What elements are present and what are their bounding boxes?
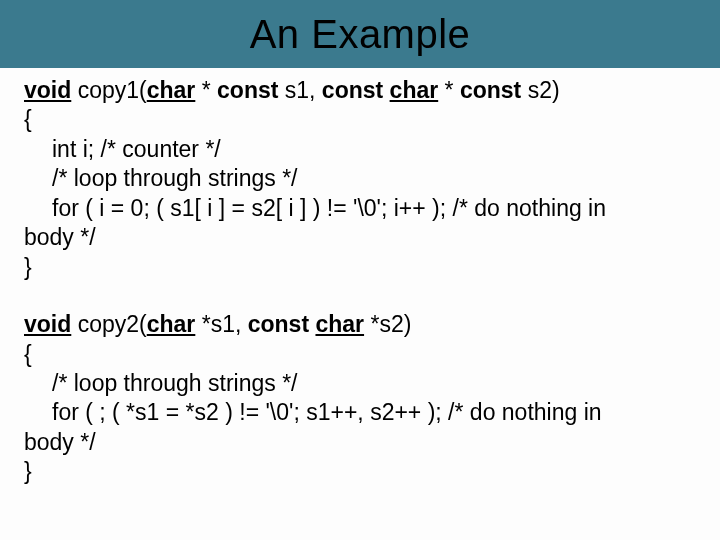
slide-header: An Example bbox=[0, 0, 720, 68]
open-brace: { bbox=[24, 340, 696, 369]
keyword-char: char bbox=[390, 77, 439, 103]
code-line: for ( i = 0; ( s1[ i ] = s2[ i ] ) != '\… bbox=[24, 194, 696, 223]
code-line: for ( ; ( *s1 = *s2 ) != '\0'; s1++, s2+… bbox=[24, 398, 696, 427]
keyword-void: void bbox=[24, 77, 71, 103]
code-block-copy2: void copy2(char *s1, const char *s2) { /… bbox=[24, 310, 696, 487]
code-line: body */ bbox=[24, 428, 696, 457]
text: copy2( bbox=[71, 311, 146, 337]
text: * bbox=[195, 77, 217, 103]
keyword-const: const bbox=[322, 77, 383, 103]
code-line: /* loop through strings */ bbox=[24, 164, 696, 193]
text: *s2) bbox=[364, 311, 411, 337]
copy1-signature: void copy1(char * const s1, const char *… bbox=[24, 76, 696, 105]
keyword-char: char bbox=[315, 311, 364, 337]
keyword-const: const bbox=[460, 77, 521, 103]
text: s1, bbox=[278, 77, 321, 103]
keyword-const: const bbox=[217, 77, 278, 103]
text: * bbox=[438, 77, 460, 103]
copy2-signature: void copy2(char *s1, const char *s2) bbox=[24, 310, 696, 339]
keyword-void: void bbox=[24, 311, 71, 337]
text: *s1, bbox=[195, 311, 247, 337]
slide-title: An Example bbox=[250, 12, 471, 57]
slide-content: void copy1(char * const s1, const char *… bbox=[0, 68, 720, 487]
keyword-char: char bbox=[147, 77, 196, 103]
open-brace: { bbox=[24, 105, 696, 134]
keyword-char: char bbox=[147, 311, 196, 337]
code-line: int i; /* counter */ bbox=[24, 135, 696, 164]
keyword-const: const bbox=[248, 311, 309, 337]
close-brace: } bbox=[24, 457, 696, 486]
text: s2) bbox=[521, 77, 559, 103]
text: copy1( bbox=[71, 77, 146, 103]
close-brace: } bbox=[24, 253, 696, 282]
code-line: body */ bbox=[24, 223, 696, 252]
code-line: /* loop through strings */ bbox=[24, 369, 696, 398]
code-block-copy1: void copy1(char * const s1, const char *… bbox=[24, 76, 696, 282]
